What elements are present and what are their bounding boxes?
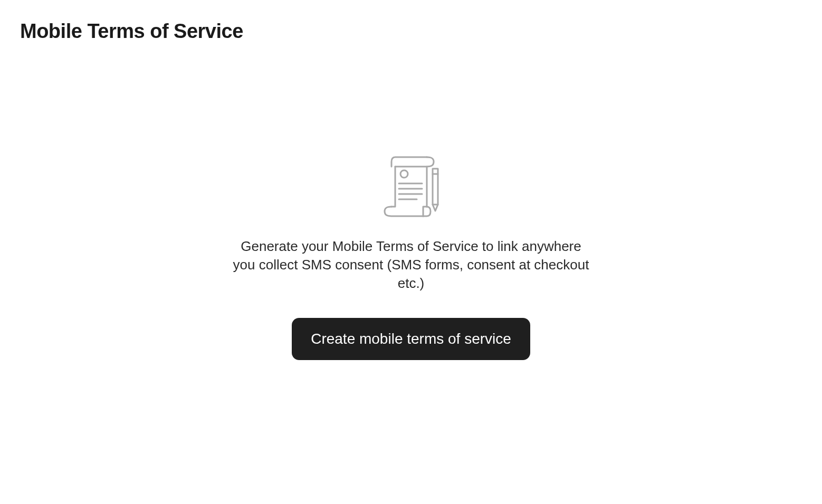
page-title: Mobile Terms of Service	[0, 0, 822, 43]
empty-state-description: Generate your Mobile Terms of Service to…	[232, 237, 590, 293]
svg-point-0	[400, 170, 408, 178]
create-mobile-terms-button[interactable]: Create mobile terms of service	[292, 318, 530, 360]
scroll-document-icon	[377, 153, 445, 221]
empty-state-container: Generate your Mobile Terms of Service to…	[226, 153, 596, 360]
